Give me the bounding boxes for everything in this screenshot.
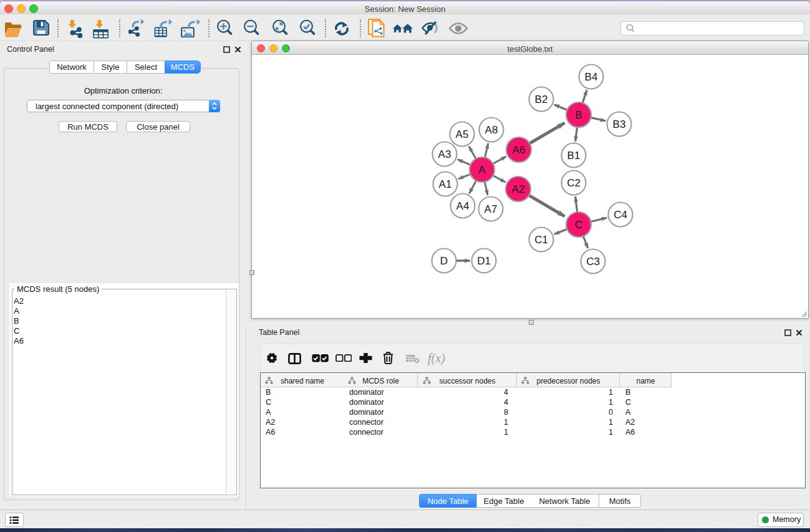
svg-text:A6: A6 (513, 144, 526, 156)
svg-text:B: B (575, 109, 582, 121)
svg-text:C3: C3 (586, 256, 600, 268)
svg-text:A4: A4 (456, 200, 470, 212)
svg-text:C2: C2 (567, 177, 581, 189)
svg-text:C1: C1 (534, 234, 548, 246)
svg-text:B3: B3 (613, 118, 626, 130)
svg-text:A8: A8 (485, 124, 498, 136)
svg-text:A1: A1 (439, 178, 452, 190)
svg-text:A: A (478, 164, 486, 176)
svg-text:B4: B4 (585, 71, 598, 83)
svg-text:D: D (440, 255, 448, 267)
svg-text:A2: A2 (512, 183, 525, 195)
svg-text:A3: A3 (438, 148, 451, 160)
svg-text:A5: A5 (456, 128, 469, 140)
svg-text:C4: C4 (614, 209, 627, 221)
svg-text:B1: B1 (567, 150, 581, 162)
svg-text:C: C (575, 219, 582, 231)
svg-text:A7: A7 (485, 203, 498, 215)
svg-text:D1: D1 (477, 255, 491, 267)
svg-text:B2: B2 (535, 94, 548, 105)
